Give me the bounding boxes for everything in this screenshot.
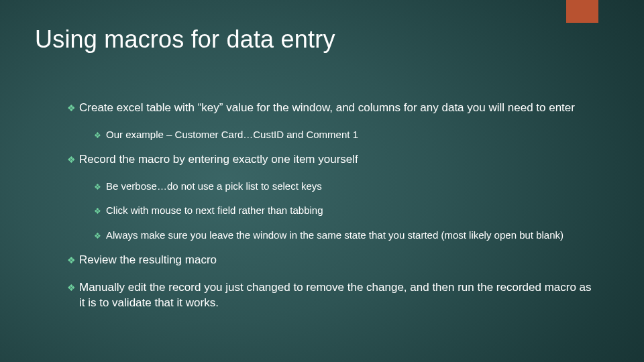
- bullet-item: ❖ Review the resulting macro: [67, 253, 597, 268]
- diamond-bullet-icon: ❖: [94, 204, 106, 217]
- diamond-bullet-icon: ❖: [67, 152, 79, 168]
- slide: Using macros for data entry ❖ Create exc…: [0, 0, 644, 362]
- bullet-text: Click with mouse to next field rather th…: [106, 204, 597, 217]
- slide-content: ❖ Create excel table with “key” value fo…: [67, 101, 597, 323]
- diamond-bullet-icon: ❖: [67, 101, 79, 116]
- bullet-item: ❖ Record the macro by entering exactly o…: [67, 152, 597, 168]
- sub-bullet-item: ❖ Our example – Customer Card…CustID and…: [94, 128, 597, 141]
- sub-bullet-item: ❖ Be verbose…do not use a pick list to s…: [94, 180, 597, 193]
- bullet-text: Review the resulting macro: [79, 253, 597, 268]
- diamond-bullet-icon: ❖: [67, 280, 79, 311]
- diamond-bullet-icon: ❖: [94, 229, 106, 242]
- slide-title: Using macros for data entry: [35, 25, 335, 54]
- bullet-text: Always make sure you leave the window in…: [106, 229, 597, 242]
- sub-bullet-item: ❖ Click with mouse to next field rather …: [94, 204, 597, 217]
- bullet-text: Be verbose…do not use a pick list to sel…: [106, 180, 597, 193]
- bullet-text: Our example – Customer Card…CustID and C…: [106, 128, 597, 141]
- bullet-text: Create excel table with “key” value for …: [79, 101, 597, 116]
- bullet-item: ❖ Create excel table with “key” value fo…: [67, 101, 597, 116]
- bullet-text: Manually edit the record you just change…: [79, 280, 597, 311]
- diamond-bullet-icon: ❖: [67, 253, 79, 268]
- bullet-text: Record the macro by entering exactly one…: [79, 152, 597, 168]
- sub-bullet-group: ❖ Our example – Customer Card…CustID and…: [67, 128, 597, 141]
- diamond-bullet-icon: ❖: [94, 180, 106, 193]
- diamond-bullet-icon: ❖: [94, 128, 106, 141]
- accent-bar: [566, 0, 598, 23]
- sub-bullet-group: ❖ Be verbose…do not use a pick list to s…: [67, 180, 597, 242]
- sub-bullet-item: ❖ Always make sure you leave the window …: [94, 229, 597, 242]
- bullet-item: ❖ Manually edit the record you just chan…: [67, 280, 597, 311]
